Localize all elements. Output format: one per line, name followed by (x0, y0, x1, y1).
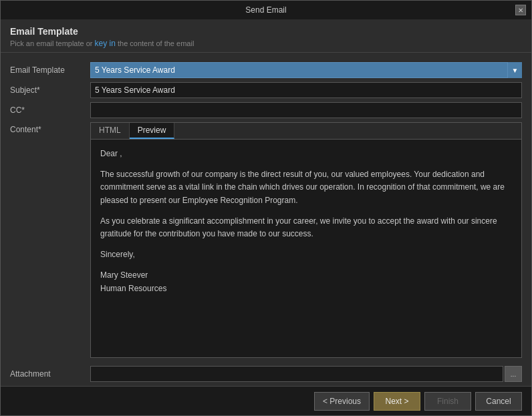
content-area: HTML Preview Dear , The successful growt… (90, 122, 522, 358)
email-paragraph1: The successful growth of our company is … (100, 168, 512, 207)
footer: < Previous Next > Finish Cancel (1, 386, 531, 415)
section-title: Email Template (10, 26, 522, 37)
attachment-label: Attachment (10, 369, 90, 379)
cc-input[interactable] (90, 102, 522, 118)
content-row: Content* HTML Preview Dear , The success… (10, 122, 522, 358)
subject-input[interactable] (90, 82, 522, 98)
email-body: Dear , The successful growth of our comp… (91, 140, 521, 357)
subject-row: Subject* (10, 82, 522, 98)
email-template-dropdown-wrapper: 5 Years Service Award ▼ (90, 62, 522, 78)
send-email-dialog: Send Email ✕ Email Template Pick an emai… (0, 0, 532, 416)
cc-label: CC* (10, 106, 90, 115)
cc-row: CC* (10, 102, 522, 118)
tab-preview[interactable]: Preview (130, 123, 175, 139)
title-bar: Send Email ✕ (1, 1, 531, 19)
previous-button[interactable]: < Previous (314, 392, 370, 411)
email-closing: Sincerely, (100, 248, 512, 261)
email-template-row: Email Template 5 Years Service Award ▼ (10, 62, 522, 78)
browse-button[interactable]: ... (505, 366, 522, 382)
subtitle-highlight: key in (95, 39, 116, 48)
section-header: Email Template Pick an email template or… (1, 19, 531, 52)
email-template-label: Email Template (10, 65, 90, 75)
email-greeting: Dear , (100, 148, 512, 160)
header-divider (1, 52, 531, 53)
section-subtitle: Pick an email template or key in the con… (10, 39, 522, 48)
finish-button[interactable]: Finish (424, 392, 471, 411)
attachment-input[interactable] (90, 366, 503, 382)
attachment-row: Attachment ... (10, 366, 522, 382)
cancel-button[interactable]: Cancel (475, 392, 522, 411)
email-name: Mary Steever Human Resources (100, 269, 512, 294)
dialog-title: Send Email (17, 5, 515, 15)
content-label: Content* (10, 122, 90, 358)
close-button[interactable]: ✕ (515, 5, 526, 15)
subject-label: Subject* (10, 85, 90, 95)
next-button[interactable]: Next > (374, 392, 420, 411)
email-paragraph2: As you celebrate a significant accomplis… (100, 215, 512, 240)
form-area: Email Template 5 Years Service Award ▼ S… (1, 58, 531, 386)
tab-bar: HTML Preview (91, 123, 521, 140)
email-template-select[interactable]: 5 Years Service Award (90, 62, 522, 78)
tab-html[interactable]: HTML (91, 123, 130, 139)
